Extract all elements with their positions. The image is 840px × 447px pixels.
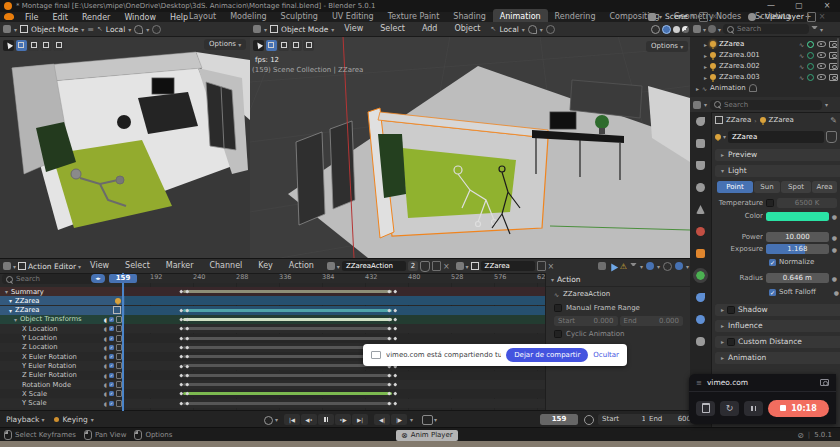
select-subtract-tool[interactable] [41,40,52,51]
channel-x-euler[interactable]: X Euler Rotation◖✓ [0,352,125,361]
outliner-item-animation[interactable]: ▸∿ Animation [696,83,836,93]
light-type-sun[interactable]: Sun [754,181,780,193]
tab-output-icon[interactable] [696,161,705,170]
light-type-area[interactable]: Area [812,181,837,193]
animate-dot-icon[interactable]: ● [832,213,837,220]
viewport-center-options[interactable]: Options ▾ [646,41,688,52]
slot-copy-icon[interactable] [537,261,546,271]
auto-merge-icon[interactable] [675,262,683,270]
frame-back-button[interactable]: ◀| [374,414,390,425]
sync-dropdown-icon[interactable]: ▾ [434,416,437,423]
modifier-wrench-icon[interactable]: ◖ [104,325,107,332]
modifier-wrench-icon[interactable]: ◖ [104,372,107,379]
channel-enable-checkbox[interactable]: ✓ [109,382,114,387]
breadcrumb-object[interactable]: ZZarea [726,116,751,124]
current-frame-badge[interactable]: 159 [109,274,137,284]
outliner-item-zzarea-001[interactable]: ▸ ZZarea.001 ∿ [704,50,838,60]
pause-button[interactable] [318,414,334,425]
keying-popover[interactable]: Keying▾ [54,415,93,424]
viewport-center[interactable]: ▾ Object Mode▾ View Select Add Object ↖ … [250,22,691,258]
tab-modifiers-icon[interactable] [696,293,705,302]
stop-recording-button[interactable]: 10:18 [768,400,829,417]
keys-x-location[interactable] [125,324,545,333]
editor-type-icon[interactable] [3,25,11,33]
channel-enable-checkbox[interactable]: ✓ [109,373,114,378]
menu-select[interactable]: Select [118,259,157,273]
breadcrumb-data[interactable]: ZZarea [769,116,794,124]
outliner-item-zzarea-002[interactable]: ▸ ZZarea.002 ∿ [704,61,838,71]
temperature-field[interactable]: 6500 K [777,198,837,208]
channel-object-transforms[interactable]: ▾Object Transforms◖✓ [0,315,125,324]
panel-preview[interactable]: ▸Preview [715,149,840,161]
unlink-action-icon[interactable]: × [443,262,450,271]
animate-dot-icon[interactable]: ● [832,234,837,241]
menu-view[interactable]: View [83,259,116,273]
viewport-left-options[interactable]: Options ▾ [204,39,246,50]
mode-dropdown[interactable]: Object Mode [281,25,328,34]
outliner-filter-id-icon[interactable] [708,25,716,33]
channel-y-location[interactable]: Y Location◖✓ [0,334,125,343]
select-extend-tool[interactable] [278,40,289,51]
light-type-spot[interactable]: Spot [781,181,811,193]
filter-funnel-icon[interactable] [630,263,637,270]
rendered-shading-icon[interactable] [682,26,689,33]
select-intersect-tool[interactable] [53,40,64,51]
panel-light[interactable]: ▾Light [715,165,840,177]
scene-pin-icon[interactable]: ✎ [691,13,696,20]
scene-unlink-icon[interactable]: × [711,12,718,21]
hide-banner-button[interactable]: Ocultar [593,351,619,359]
modifier-wrench-icon[interactable]: ◖ [104,381,107,388]
pause-recording-button[interactable] [744,401,763,416]
select-intersect-tool[interactable] [303,40,314,51]
next-keyframe-button[interactable]: •▶ [335,414,351,425]
channel-zzarea-object[interactable]: ▾ZZarea [0,296,125,305]
channel-zzarea-data[interactable]: ▾ZZarea [0,306,125,315]
power-field[interactable]: 10.000 [766,232,829,242]
editor-type-icon[interactable] [253,25,261,33]
window-left-1[interactable] [296,132,325,225]
channel-enable-checkbox[interactable]: ✓ [109,336,114,341]
properties-editor-icon[interactable] [693,101,701,109]
playback-popover[interactable]: Playback▾ [6,415,44,424]
keys-x-scale[interactable] [125,389,545,398]
slot-icon[interactable] [456,262,464,270]
sync-icon[interactable] [422,415,433,425]
action-id-icon[interactable] [327,262,335,270]
soft-falloff-checkbox[interactable]: ✓ [769,289,776,296]
action-users-count[interactable]: 2 [408,261,418,271]
select-box-tool[interactable] [266,40,277,51]
modifier-wrench-icon[interactable]: ◖ [104,335,107,342]
exposure-slider[interactable]: 1.168 [766,244,829,254]
chair[interactable] [117,115,131,129]
pointer-select-icon[interactable] [608,261,618,271]
menu-view[interactable]: View [337,22,370,36]
select-box-tool[interactable] [16,40,27,51]
outliner-item-zzarea[interactable]: ▸ ZZarea ∿ [704,39,838,49]
channel-enable-checkbox[interactable]: ✓ [109,326,114,331]
viewport-left[interactable]: ▾ Object Mode▾ ≡ ↖ Local▾ ▾ Options ▾ [0,22,251,258]
delete-recording-button[interactable] [696,401,715,416]
keys-rotation-mode[interactable] [125,380,545,389]
channel-enable-checkbox[interactable]: ✓ [109,317,114,322]
fake-user-shield-icon[interactable] [826,131,837,143]
green-mat[interactable] [402,148,516,218]
animate-dot-icon[interactable]: ● [832,275,837,282]
modifier-wrench-icon[interactable]: ◖ [104,390,107,397]
current-frame-field[interactable]: 159 [540,414,578,425]
hamburger-icon[interactable]: ≡ [87,25,94,34]
scene-icon[interactable] [648,13,656,21]
snap-keys-icon[interactable] [646,262,654,270]
menu-object[interactable]: Object [447,22,487,36]
monitor[interactable] [152,78,174,94]
playhead-line[interactable] [122,273,124,411]
fake-user-shield-icon[interactable] [420,261,430,272]
menu-action[interactable]: Action [282,259,321,273]
modifier-wrench-icon[interactable]: ◖ [104,400,107,407]
jump-to-start-button[interactable]: |◀ [284,414,300,425]
editor-mode-dropdown[interactable]: Action Editor [28,262,76,271]
active-tool-button[interactable] [253,40,264,51]
wireframe-shading-icon[interactable] [651,25,660,34]
tab-object-icon[interactable] [696,249,705,258]
scene-copy-icon[interactable] [699,12,708,22]
proportional-edit-icon[interactable] [152,25,161,34]
